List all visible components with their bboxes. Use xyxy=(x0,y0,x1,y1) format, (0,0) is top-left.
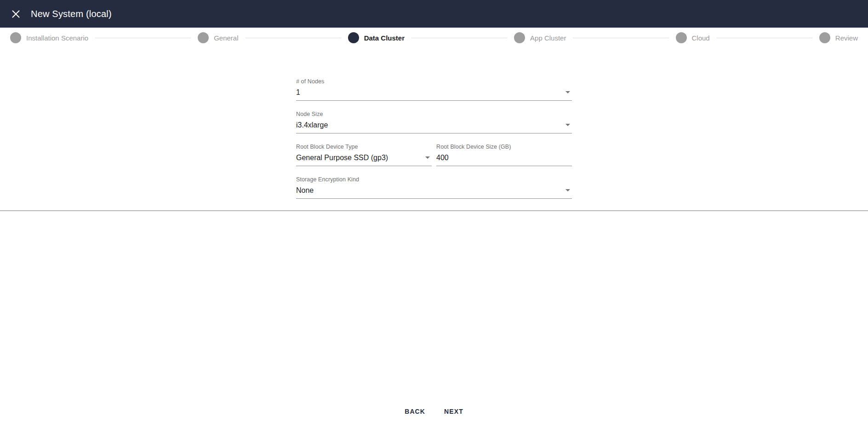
stepper: Installation Scenario General Data Clust… xyxy=(0,28,868,48)
node-size-select[interactable]: Node Size i3.4xlarge xyxy=(296,111,572,133)
step-label: General xyxy=(214,34,238,42)
next-button[interactable]: NEXT xyxy=(437,403,471,420)
stepper-step-installation-scenario[interactable]: Installation Scenario xyxy=(10,32,88,43)
step-circle-icon xyxy=(198,32,209,43)
step-label: Installation Scenario xyxy=(26,34,88,42)
data-cluster-form: # of Nodes 1 Node Size i3.4xlarge Root B… xyxy=(296,78,572,199)
stepper-step-data-cluster[interactable]: Data Cluster xyxy=(348,32,405,43)
dropdown-arrow-icon xyxy=(565,124,570,126)
step-connector xyxy=(411,38,507,38)
root-device-size-input[interactable] xyxy=(436,153,572,162)
nodes-select[interactable]: # of Nodes 1 xyxy=(296,78,572,101)
step-circle-icon xyxy=(676,32,687,43)
close-button[interactable] xyxy=(6,5,25,23)
step-circle-icon xyxy=(348,32,359,43)
field-value: i3.4xlarge xyxy=(296,121,572,129)
step-label: App Cluster xyxy=(530,34,566,42)
step-connector xyxy=(717,38,812,38)
storage-encryption-select[interactable]: Storage Encryption Kind None xyxy=(296,176,572,199)
step-circle-icon xyxy=(819,32,830,43)
stepper-step-general[interactable]: General xyxy=(198,32,238,43)
step-label: Review xyxy=(835,34,858,42)
stepper-step-app-cluster[interactable]: App Cluster xyxy=(514,32,566,43)
close-icon xyxy=(12,10,20,18)
root-device-row: Root Block Device Type General Purpose S… xyxy=(296,144,572,176)
step-connector xyxy=(246,38,341,38)
field-value: 1 xyxy=(296,88,572,97)
field-label: Root Block Device Size (GB) xyxy=(436,144,572,150)
field-label: Root Block Device Type xyxy=(296,144,432,150)
dropdown-arrow-icon xyxy=(425,156,430,159)
step-label: Cloud xyxy=(692,34,710,42)
window-title: New System (local) xyxy=(31,9,112,19)
field-value: General Purpose SSD (gp3) xyxy=(296,153,432,162)
step-circle-icon xyxy=(10,32,21,43)
wizard-actions: BACK NEXT xyxy=(0,403,868,420)
step-connector xyxy=(95,38,191,38)
dropdown-arrow-icon xyxy=(565,91,570,93)
dropdown-arrow-icon xyxy=(565,189,570,191)
step-connector xyxy=(573,38,668,38)
field-label: # of Nodes xyxy=(296,78,572,85)
stepper-step-cloud[interactable]: Cloud xyxy=(676,32,710,43)
section-divider xyxy=(0,210,868,211)
step-content: # of Nodes 1 Node Size i3.4xlarge Root B… xyxy=(0,48,868,211)
root-device-size-field: Root Block Device Size (GB) xyxy=(436,144,572,166)
root-device-type-select[interactable]: Root Block Device Type General Purpose S… xyxy=(296,144,432,166)
title-bar: New System (local) xyxy=(0,0,868,28)
step-label: Data Cluster xyxy=(364,34,405,42)
stepper-step-review[interactable]: Review xyxy=(819,32,858,43)
field-label: Node Size xyxy=(296,111,572,117)
step-circle-icon xyxy=(514,32,525,43)
back-button[interactable]: BACK xyxy=(397,403,433,420)
field-label: Storage Encryption Kind xyxy=(296,176,572,183)
field-value: None xyxy=(296,186,572,195)
